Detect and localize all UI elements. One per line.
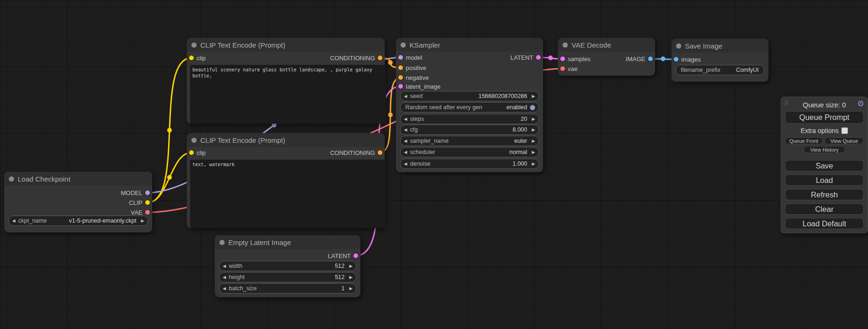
- positive-prompt-textarea[interactable]: beautiful scenery nature glass bottle la…: [190, 65, 386, 124]
- queue-prompt-button[interactable]: Queue Prompt: [785, 111, 864, 124]
- widget-seed[interactable]: ◀ seed 156680208700286 ▶: [400, 91, 539, 101]
- node-title-bar[interactable]: Load Checkpoint: [4, 172, 152, 186]
- node-collapse-dot-icon[interactable]: [9, 176, 14, 182]
- latent-slot-icon[interactable]: [353, 253, 358, 258]
- queue-front-button[interactable]: Queue Front: [785, 137, 823, 144]
- node-save-image[interactable]: Save Image images filename_prefix ComfyU…: [671, 39, 769, 82]
- view-queue-button[interactable]: View Queue: [825, 137, 864, 144]
- negative-prompt-textarea[interactable]: text, watermark: [190, 160, 386, 228]
- toggle-indicator-icon[interactable]: [530, 105, 535, 110]
- model-slot-icon[interactable]: [398, 55, 403, 60]
- node-empty-latent-image[interactable]: Empty Latent Image LATENT ◀ width 512 ▶ …: [215, 235, 360, 297]
- decrement-icon[interactable]: ◀: [223, 264, 229, 268]
- node-load-checkpoint[interactable]: Load Checkpoint MODEL CLIP VAE ◀ ckpt_na…: [4, 172, 152, 232]
- increment-icon[interactable]: ▶: [529, 127, 535, 132]
- increment-icon[interactable]: ▶: [529, 161, 535, 166]
- save-button[interactable]: Save: [785, 160, 864, 171]
- node-clip-text-encode-negative[interactable]: CLIP Text Encode (Prompt) clip CONDITION…: [187, 133, 385, 228]
- input-slot-clip[interactable]: clip: [189, 54, 206, 62]
- increment-icon[interactable]: ▶: [529, 117, 535, 121]
- node-collapse-dot-icon[interactable]: [191, 42, 197, 48]
- model-slot-icon[interactable]: [145, 190, 150, 195]
- input-slot-latent-image[interactable]: latent_image: [398, 83, 440, 90]
- increment-icon[interactable]: ▶: [529, 94, 535, 98]
- widget-steps[interactable]: ◀ steps 20 ▶: [400, 114, 539, 124]
- refresh-button[interactable]: Refresh: [785, 189, 864, 200]
- output-slot-vae[interactable]: VAE: [131, 209, 150, 216]
- conditioning-slot-icon[interactable]: [398, 65, 403, 70]
- node-collapse-dot-icon[interactable]: [191, 138, 197, 143]
- widget-random-seed-toggle[interactable]: Random seed after every gen enabled: [400, 102, 539, 112]
- output-slot-image[interactable]: IMAGE: [626, 55, 653, 63]
- increment-icon[interactable]: ▶: [529, 139, 535, 143]
- clear-button[interactable]: Clear: [785, 203, 864, 215]
- node-title-bar[interactable]: KSampler: [396, 38, 543, 52]
- extra-options-checkbox[interactable]: [841, 127, 848, 134]
- decrement-icon[interactable]: ◀: [12, 218, 18, 223]
- output-slot-conditioning[interactable]: CONDITIONING: [330, 149, 382, 156]
- load-button[interactable]: Load: [785, 175, 864, 186]
- node-title-bar[interactable]: Empty Latent Image: [215, 235, 360, 249]
- widget-scheduler[interactable]: ◀ scheduler normal ▶: [400, 147, 539, 157]
- node-title-bar[interactable]: CLIP Text Encode (Prompt): [187, 38, 385, 52]
- node-collapse-dot-icon[interactable]: [219, 240, 225, 245]
- vae-slot-icon[interactable]: [560, 66, 565, 71]
- node-title-bar[interactable]: CLIP Text Encode (Prompt): [187, 133, 385, 147]
- conditioning-slot-icon[interactable]: [398, 75, 403, 80]
- increment-icon[interactable]: ▶: [346, 264, 353, 268]
- input-slot-positive[interactable]: positive: [398, 64, 426, 71]
- clip-slot-icon[interactable]: [145, 200, 150, 205]
- clip-slot-icon[interactable]: [189, 150, 194, 155]
- clip-slot-icon[interactable]: [189, 56, 194, 60]
- decrement-icon[interactable]: ◀: [404, 139, 410, 143]
- node-collapse-dot-icon[interactable]: [563, 42, 568, 48]
- load-default-button[interactable]: Load Default: [785, 218, 864, 229]
- decrement-icon[interactable]: ◀: [223, 286, 229, 291]
- output-slot-latent[interactable]: LATENT: [328, 252, 358, 259]
- node-ksampler[interactable]: KSampler model positive negative latent_…: [396, 38, 543, 172]
- image-slot-icon[interactable]: [648, 56, 653, 61]
- latent-slot-icon[interactable]: [536, 55, 541, 60]
- node-collapse-dot-icon[interactable]: [401, 42, 406, 48]
- widget-denoise[interactable]: ◀ denoise 1.000 ▶: [400, 159, 539, 169]
- node-collapse-dot-icon[interactable]: [676, 43, 681, 49]
- settings-gear-icon[interactable]: ⚙: [857, 99, 864, 109]
- latent-slot-icon[interactable]: [560, 56, 565, 61]
- widget-ckpt-name[interactable]: ◀ ckpt_name v1-5-pruned-emaonly.ckpt ▶: [8, 216, 148, 226]
- image-slot-icon[interactable]: [674, 57, 678, 62]
- increment-icon[interactable]: ▶: [138, 218, 144, 223]
- input-slot-clip[interactable]: clip: [189, 149, 206, 156]
- input-slot-vae[interactable]: vae: [560, 65, 578, 72]
- widget-batch-size[interactable]: ◀ batch_size 1 ▶: [219, 283, 356, 294]
- output-slot-latent[interactable]: LATENT: [510, 54, 541, 61]
- node-vae-decode[interactable]: VAE Decode samples IMAGE vae: [558, 38, 655, 76]
- node-graph-canvas[interactable]: Load Checkpoint MODEL CLIP VAE ◀ ckpt_na…: [0, 0, 868, 329]
- decrement-icon[interactable]: ◀: [404, 94, 410, 98]
- queue-panel[interactable]: ⠿ Queue size: 0 ⚙ Queue Prompt Extra opt…: [781, 97, 868, 233]
- node-title-bar[interactable]: VAE Decode: [558, 38, 655, 52]
- decrement-icon[interactable]: ◀: [223, 275, 229, 280]
- output-slot-model[interactable]: MODEL: [121, 189, 150, 196]
- node-clip-text-encode-positive[interactable]: CLIP Text Encode (Prompt) clip CONDITION…: [187, 38, 385, 124]
- widget-height[interactable]: ◀ height 512 ▶: [219, 272, 356, 282]
- decrement-icon[interactable]: ◀: [404, 127, 410, 132]
- input-slot-samples[interactable]: samples: [560, 55, 590, 63]
- widget-sampler-name[interactable]: ◀ sampler_name euler ▶: [400, 136, 539, 146]
- widget-filename-prefix[interactable]: filename_prefix ComfyUI: [676, 65, 764, 75]
- increment-icon[interactable]: ▶: [529, 150, 535, 154]
- decrement-icon[interactable]: ◀: [404, 150, 410, 154]
- input-slot-images[interactable]: images: [674, 56, 701, 63]
- conditioning-slot-icon[interactable]: [378, 150, 382, 155]
- output-slot-conditioning[interactable]: CONDITIONING: [330, 54, 382, 62]
- output-slot-clip[interactable]: CLIP: [129, 199, 150, 206]
- widget-cfg[interactable]: ◀ cfg 8.000 ▶: [400, 125, 539, 135]
- increment-icon[interactable]: ▶: [346, 275, 353, 280]
- decrement-icon[interactable]: ◀: [404, 117, 410, 121]
- widget-width[interactable]: ◀ width 512 ▶: [219, 261, 356, 271]
- input-slot-negative[interactable]: negative: [398, 74, 429, 81]
- latent-slot-icon[interactable]: [398, 84, 403, 89]
- node-title-bar[interactable]: Save Image: [671, 39, 769, 53]
- view-history-button[interactable]: View History: [804, 146, 845, 153]
- decrement-icon[interactable]: ◀: [404, 161, 410, 166]
- increment-icon[interactable]: ▶: [346, 286, 353, 291]
